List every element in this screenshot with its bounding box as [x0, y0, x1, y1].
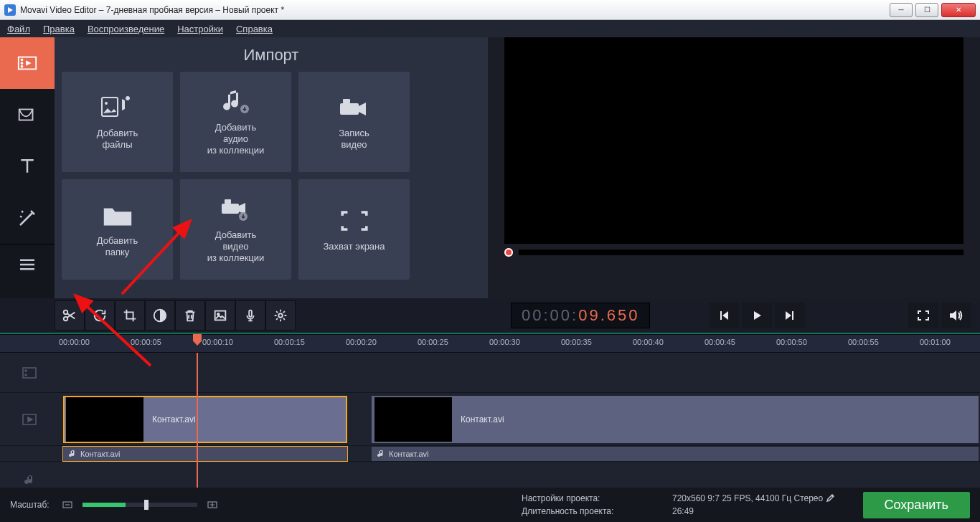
- app-icon: [4, 4, 16, 16]
- save-button[interactable]: Сохранить: [863, 492, 970, 518]
- tool-mic[interactable]: [235, 300, 265, 331]
- window-minimize-button[interactable]: ─: [890, 3, 913, 17]
- tile-add-video[interactable]: Добавить видео из коллекции: [180, 179, 291, 280]
- wand-icon: [17, 207, 38, 229]
- tile-add-files[interactable]: Добавить файлы: [62, 72, 173, 172]
- volume-icon: [948, 309, 964, 322]
- import-panel: Импорт Добавить файлы Добавить аудио из …: [55, 37, 488, 298]
- preview-video[interactable]: [504, 37, 963, 244]
- tool-image[interactable]: [205, 300, 235, 331]
- svg-rect-11: [340, 103, 359, 115]
- media-files-icon: [100, 93, 135, 122]
- pencil-icon[interactable]: [826, 494, 834, 503]
- import-icon: [17, 52, 38, 74]
- prev-button[interactable]: [709, 303, 739, 328]
- camcorder-icon: [337, 93, 372, 122]
- clip-video-1[interactable]: Контакт.avi: [63, 396, 347, 443]
- svg-rect-7: [19, 110, 33, 120]
- clip-audio-2[interactable]: Контакт.avi: [372, 447, 979, 461]
- playhead-dot-icon[interactable]: [504, 248, 513, 257]
- track-video[interactable]: Контакт.avi Контакт.avi: [0, 393, 980, 446]
- fullscreen-button[interactable]: [908, 303, 938, 328]
- mic-icon: [242, 308, 258, 323]
- gear-icon: [273, 308, 288, 323]
- filters-icon: [17, 104, 38, 125]
- ruler-tick: 00:00:35: [561, 338, 592, 346]
- zoom-in-icon[interactable]: [207, 500, 217, 510]
- tile-add-folder[interactable]: Добавить папку: [62, 179, 173, 280]
- menu-playback[interactable]: Воспроизведение: [88, 24, 164, 34]
- clip-audio-name: Контакт.avi: [389, 450, 429, 458]
- sidebar-titles[interactable]: [0, 141, 55, 192]
- ruler-tick: 00:00:45: [705, 338, 735, 346]
- window-maximize-button[interactable]: ☐: [915, 3, 938, 17]
- progress-bar[interactable]: [519, 250, 963, 255]
- scale-label: Масштаб:: [10, 500, 50, 510]
- next-icon: [784, 310, 796, 321]
- svg-marker-6: [26, 60, 32, 66]
- left-sidebar: [0, 37, 55, 298]
- preview-progress[interactable]: [504, 248, 963, 257]
- time-ruler[interactable]: 00:00:00 00:00:05 00:00:10 00:00:15 00:0…: [0, 334, 980, 353]
- duration-value: 26:49: [672, 506, 834, 516]
- next-button[interactable]: [775, 303, 805, 328]
- ruler-tick: 00:00:10: [202, 338, 233, 346]
- timecode-orange: 09.650: [578, 306, 639, 325]
- sidebar-more[interactable]: [0, 245, 55, 285]
- camcorder-download-icon: [219, 195, 253, 224]
- clip-name: Контакт.avi: [152, 414, 196, 424]
- sidebar-import[interactable]: [0, 37, 55, 89]
- prev-icon: [718, 310, 730, 321]
- note-icon: [69, 450, 76, 458]
- svg-rect-21: [249, 310, 252, 317]
- tile-add-audio[interactable]: Добавить аудио из коллекции: [180, 72, 291, 172]
- clip-thumb: [66, 397, 143, 442]
- titles-track-icon: [22, 366, 37, 379]
- ruler-tick: 00:00:40: [633, 338, 664, 346]
- tool-settings[interactable]: [265, 300, 296, 331]
- ruler-tick: 00:00:30: [489, 338, 520, 346]
- crop-icon: [122, 308, 138, 323]
- tool-rotate[interactable]: [85, 300, 115, 331]
- tile-label: Захват экрана: [323, 241, 385, 252]
- menu-help[interactable]: Справка: [236, 24, 273, 34]
- tile-capture-screen[interactable]: Захват экрана: [298, 179, 410, 280]
- text-icon: [17, 156, 38, 177]
- clip-audio-1[interactable]: Контакт.avi: [63, 447, 347, 461]
- volume-button[interactable]: [941, 303, 971, 328]
- tile-label: Добавить аудио из коллекции: [207, 122, 265, 157]
- svg-point-9: [105, 102, 108, 105]
- menu-settings[interactable]: Настройки: [177, 24, 223, 34]
- track-linked-audio[interactable]: Контакт.avi Контакт.avi: [0, 446, 980, 462]
- menu-file[interactable]: Файл: [7, 24, 30, 34]
- folder-icon: [100, 201, 135, 229]
- svg-point-4: [22, 59, 23, 60]
- tool-cut[interactable]: [55, 300, 85, 331]
- audio-track-icon: [24, 474, 34, 485]
- sidebar-filters[interactable]: [0, 89, 55, 141]
- tool-delete[interactable]: [175, 300, 205, 331]
- menu-edit[interactable]: Правка: [43, 24, 75, 34]
- svg-rect-13: [222, 204, 239, 214]
- clip-video-2[interactable]: Контакт.avi: [372, 396, 979, 443]
- play-button[interactable]: [742, 303, 772, 328]
- svg-rect-23: [23, 368, 36, 378]
- track-titles[interactable]: [0, 353, 980, 393]
- sidebar-effects[interactable]: [0, 192, 55, 244]
- tool-color[interactable]: [145, 300, 175, 331]
- scale-slider[interactable]: [83, 503, 197, 507]
- timeline-playhead[interactable]: [197, 353, 198, 498]
- trash-icon: [182, 308, 198, 323]
- window-close-button[interactable]: ✕: [941, 3, 976, 17]
- svg-marker-27: [28, 417, 32, 422]
- tool-crop[interactable]: [115, 300, 145, 331]
- capture-icon: [337, 207, 372, 235]
- zoom-out-icon[interactable]: [62, 500, 72, 510]
- tile-record-video[interactable]: Запись видео: [298, 72, 410, 172]
- window-titlebar: Movavi Video Editor – 7-дневная пробная …: [0, 0, 980, 20]
- play-icon: [751, 310, 763, 321]
- svg-point-16: [64, 310, 68, 315]
- hamburger-icon: [17, 254, 38, 275]
- timecode-display: 00:00:09.650: [511, 303, 650, 328]
- ruler-tick: 00:01:00: [920, 338, 951, 346]
